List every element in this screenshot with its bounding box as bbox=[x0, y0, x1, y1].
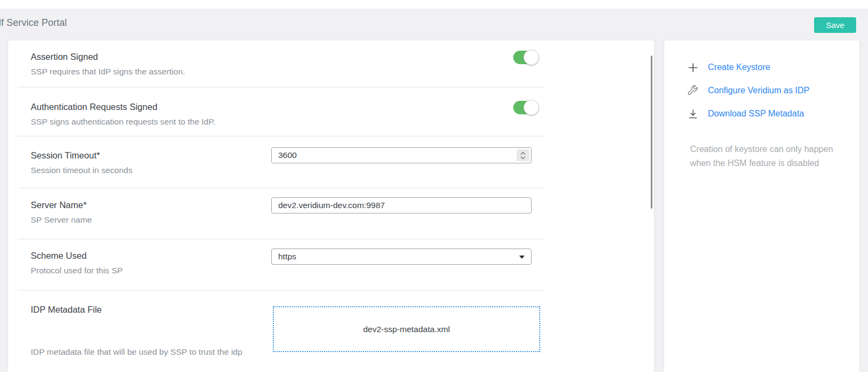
session-timeout-field-wrap bbox=[271, 147, 532, 163]
session-timeout-input[interactable] bbox=[271, 147, 532, 163]
row-divider bbox=[18, 290, 544, 291]
scheme-used-select[interactable]: https bbox=[271, 249, 532, 265]
session-timeout-label: Session Timeout* bbox=[31, 150, 100, 161]
idp-metadata-dropzone[interactable]: dev2-ssp-metadata.xml bbox=[273, 306, 540, 352]
scheme-used-description: Protocol used for this SP bbox=[31, 266, 123, 275]
plus-icon bbox=[687, 62, 698, 73]
row-divider bbox=[18, 239, 544, 239]
toggle-knob bbox=[523, 50, 539, 65]
chevron-up-icon bbox=[520, 151, 526, 155]
vertical-scrollbar[interactable] bbox=[651, 56, 652, 209]
self-service-portal-page: lf Service Portal Save Assertion Signed … bbox=[0, 9, 868, 372]
settings-card: Assertion Signed SSP requires that IdP s… bbox=[8, 40, 654, 372]
toggle-knob bbox=[523, 100, 539, 115]
chevron-down-icon bbox=[520, 156, 526, 160]
actions-card: Create Keystore Configure Veridium as ID… bbox=[664, 40, 859, 372]
row-divider bbox=[18, 136, 544, 136]
number-stepper[interactable] bbox=[516, 149, 529, 161]
configure-veridium-idp-label: Configure Veridium as IDP bbox=[708, 86, 810, 95]
auth-requests-signed-description: SSP signs authentication requests sent t… bbox=[31, 117, 215, 127]
row-divider bbox=[18, 188, 544, 188]
download-ssp-metadata-label: Download SSP Metadata bbox=[708, 109, 804, 119]
assertion-signed-description: SSP requires that IdP signs the assertio… bbox=[31, 67, 185, 77]
server-name-label: Server Name* bbox=[31, 200, 87, 210]
assertion-signed-label: Assertion Signed bbox=[31, 52, 98, 62]
scheme-used-value: https bbox=[278, 252, 297, 261]
server-name-input[interactable] bbox=[271, 197, 532, 213]
save-button[interactable]: Save bbox=[814, 17, 856, 33]
wrench-icon bbox=[687, 85, 698, 96]
create-keystore-label: Create Keystore bbox=[708, 63, 770, 72]
create-keystore-link[interactable]: Create Keystore bbox=[687, 62, 770, 73]
server-name-description: SP Server name bbox=[31, 215, 92, 225]
download-icon bbox=[687, 108, 698, 119]
download-ssp-metadata-link[interactable]: Download SSP Metadata bbox=[687, 108, 804, 119]
auth-requests-signed-label: Authentication Requests Signed bbox=[31, 102, 157, 112]
row-divider bbox=[18, 87, 544, 87]
idp-metadata-filename: dev2-ssp-metadata.xml bbox=[363, 325, 450, 334]
scheme-used-label: Scheme Used bbox=[31, 251, 87, 261]
page-title: lf Service Portal bbox=[0, 17, 67, 29]
top-white-strip bbox=[0, 0, 868, 9]
assertion-signed-toggle[interactable] bbox=[513, 51, 538, 64]
session-timeout-description: Session timeout in seconds bbox=[31, 166, 133, 175]
configure-veridium-idp-link[interactable]: Configure Veridium as IDP bbox=[687, 85, 810, 96]
idp-metadata-file-label: IDP Metadata File bbox=[31, 305, 102, 315]
idp-metadata-file-description: IDP metadata file that will be used by S… bbox=[31, 347, 242, 357]
keystore-hsm-note: Creation of keystore can only happen whe… bbox=[690, 142, 835, 170]
dropdown-caret-icon bbox=[519, 256, 525, 259]
page-header: lf Service Portal Save bbox=[0, 9, 868, 40]
auth-requests-signed-toggle[interactable] bbox=[513, 101, 538, 114]
